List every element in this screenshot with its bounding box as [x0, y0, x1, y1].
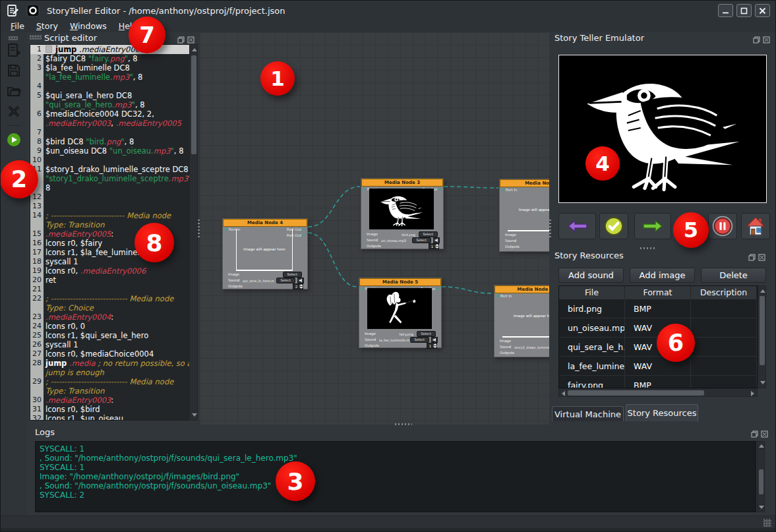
menu-file[interactable]: File	[5, 20, 30, 32]
scroll-up-arrow[interactable]	[760, 289, 765, 293]
media-node[interactable]: Media Node 3 Port InPort Out Imagebird.p…	[361, 178, 444, 249]
scroll-up-arrow[interactable]	[759, 444, 764, 448]
outputs-spinner[interactable]: 1	[429, 243, 439, 249]
table-vscrollbar[interactable]	[758, 285, 766, 388]
editor-scrollbar[interactable]	[189, 44, 198, 421]
logs-output: SYSCALL: 1, Sound: "/home/anthony/ostpro…	[35, 441, 756, 512]
delete-button[interactable]: Delete	[701, 268, 766, 283]
scrollbar-thumb[interactable]	[568, 390, 704, 396]
table-row[interactable]: la_fee_lumine…WAV	[559, 357, 757, 376]
previous-button[interactable]	[558, 213, 596, 239]
scrollbar-thumb[interactable]	[759, 469, 763, 494]
scroll-down-arrow[interactable]	[760, 381, 765, 384]
close-dock-icon[interactable]	[763, 34, 770, 46]
table-header-format[interactable]: Format	[625, 286, 691, 299]
scroll-right-arrow[interactable]	[751, 391, 754, 396]
sound-select-button[interactable]: Select	[410, 337, 429, 343]
annotation-badge-5: 5	[673, 212, 709, 248]
code-line: Type: Choice	[44, 303, 190, 312]
outputs-spinner[interactable]: 2	[293, 283, 303, 289]
tab-virtual-machine[interactable]: Virtual Machine	[552, 406, 624, 421]
play-sound-icon[interactable]	[431, 337, 438, 343]
add-image-button[interactable]: Add image	[630, 268, 695, 283]
play-sound-icon[interactable]	[297, 278, 304, 283]
node-title[interactable]: Media Node 5	[359, 278, 441, 286]
image-file-value: fairy.png	[399, 332, 413, 336]
line-number	[30, 386, 44, 396]
sound-select-button[interactable]: Select	[412, 237, 431, 243]
splitter-emulator[interactable]	[640, 247, 656, 249]
log-line: , Sound: "/home/anthony/ostproj/f/sounds…	[40, 481, 756, 490]
add-sound-button[interactable]: Add sound	[558, 268, 624, 283]
table-row[interactable]: bird.pngBMP	[559, 299, 757, 318]
toolbar-drag-handle[interactable]	[9, 36, 18, 40]
save-icon[interactable]	[5, 62, 22, 79]
code-line: .mediaEntry0004:	[44, 312, 190, 322]
titlebar[interactable]: StoryTeller Editor - /home/anthony/ostpr…	[1, 1, 775, 20]
float-dock-icon[interactable]	[748, 251, 756, 264]
logs-scrollbar[interactable]	[757, 441, 765, 512]
media-node[interactable]: Media Node 4 Port InPort Out Port Out Im…	[222, 218, 308, 289]
splitter-left[interactable]	[198, 220, 200, 238]
outputs-label: Outputs	[505, 245, 520, 249]
float-dock-icon[interactable]	[751, 428, 758, 440]
home-button[interactable]	[741, 213, 770, 239]
node-title[interactable]: Media Node 4	[223, 219, 307, 227]
splitter-bottom[interactable]	[395, 423, 412, 425]
logs-title: Logs	[35, 427, 55, 437]
dock-drag-handle[interactable]	[30, 35, 42, 40]
close-button[interactable]	[755, 4, 770, 17]
table-cell	[691, 338, 757, 357]
node-connection[interactable]	[308, 187, 360, 227]
table-hscrollbar[interactable]	[558, 388, 758, 397]
node-connection[interactable]	[444, 187, 498, 188]
code-line	[44, 285, 190, 294]
scroll-left-arrow[interactable]	[562, 391, 565, 396]
table-row[interactable]: fairy.pngBMP	[559, 376, 757, 388]
node-connection[interactable]	[308, 233, 357, 287]
minimize-button[interactable]	[718, 4, 733, 17]
next-button[interactable]	[634, 213, 671, 239]
media-node[interactable]: Media Node 5 Port InPort Out Imagefairy.…	[359, 278, 442, 348]
code-line: ; --------------------------- Media node	[44, 211, 190, 220]
ok-button[interactable]	[599, 213, 628, 239]
close-dock-icon[interactable]	[761, 428, 768, 440]
scrollbar-thumb[interactable]	[760, 296, 765, 365]
menu-story[interactable]: Story	[30, 20, 64, 32]
scroll-down-arrow[interactable]	[192, 413, 197, 417]
annotation-badge-1: 1	[260, 61, 295, 96]
open-folder-icon[interactable]	[5, 82, 22, 100]
code-line: lcons r0, 0	[44, 322, 190, 331]
line-number: 22	[30, 294, 44, 303]
tab-story-resources[interactable]: Story Resources	[626, 404, 698, 421]
new-file-icon[interactable]	[5, 42, 22, 59]
node-title[interactable]: Media Node 3	[361, 179, 443, 187]
media-node[interactable]: Media Node 6 Port InImage will appear he…	[494, 285, 549, 357]
line-number: 12	[30, 192, 44, 202]
pause-button[interactable]	[708, 213, 737, 239]
close-project-icon[interactable]	[5, 103, 22, 120]
menu-windows[interactable]: Windows	[64, 20, 113, 32]
node-title[interactable]: Media Node	[500, 179, 549, 187]
node-canvas[interactable]: Media Node 4 Port InPort Out Port Out Im…	[200, 32, 549, 425]
left-toolbar	[1, 32, 27, 516]
image-label: Image	[367, 232, 378, 236]
close-dock-icon[interactable]	[758, 251, 765, 264]
scroll-up-arrow[interactable]	[192, 48, 197, 51]
splitter-right[interactable]	[549, 220, 551, 238]
node-connection[interactable]	[442, 287, 493, 293]
node-title[interactable]: Media Node 6	[494, 285, 549, 293]
run-icon[interactable]	[5, 131, 22, 148]
table-header-file[interactable]: File	[559, 286, 625, 299]
scroll-down-arrow[interactable]	[759, 506, 764, 509]
play-sound-icon[interactable]	[433, 237, 440, 243]
line-number: 31	[30, 405, 44, 414]
sound-select-button[interactable]: Select	[276, 278, 295, 283]
scrollbar-thumb[interactable]	[191, 55, 196, 154]
maximize-button[interactable]	[736, 4, 752, 17]
outputs-spinner[interactable]: 1	[427, 343, 437, 349]
float-dock-icon[interactable]	[753, 34, 760, 46]
media-node[interactable]: Media Node Port InImage will appear here…	[499, 179, 549, 252]
resize-grip[interactable]	[763, 519, 771, 527]
table-header-description[interactable]: Description	[691, 286, 757, 299]
